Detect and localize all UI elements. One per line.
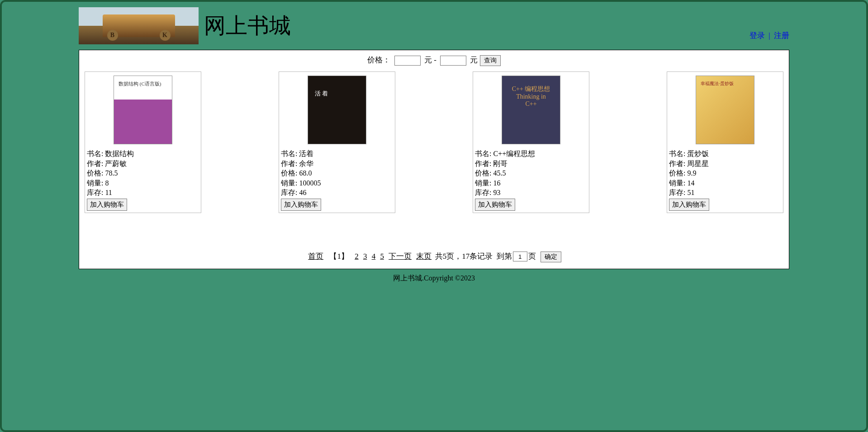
current-page: 【1】 xyxy=(329,252,349,261)
book-cover[interactable]: C++ 编程思想 Thinking in C++ xyxy=(502,76,560,144)
book-name: 数据结构 xyxy=(105,150,134,157)
label-author: 作者: xyxy=(281,160,297,167)
label-stock: 库存: xyxy=(281,189,297,196)
page-link[interactable]: 5 xyxy=(380,252,384,261)
pagination: 首页 【1】 2 3 4 5 下一页 末页 共5页，17条记录 到第页 确定 xyxy=(85,251,783,262)
book-sales: 14 xyxy=(687,179,694,187)
label-sales: 销量: xyxy=(281,179,297,187)
register-link[interactable]: 注册 xyxy=(774,31,789,40)
add-cart-button[interactable]: 加入购物车 xyxy=(475,199,515,211)
book-card: C++ 编程思想 Thinking in C++ 书名: C++编程思想 作者:… xyxy=(473,71,589,213)
label-price: 价格: xyxy=(475,169,491,177)
price-max-input[interactable] xyxy=(440,56,466,66)
label-stock: 库存: xyxy=(87,189,103,196)
label-book-name: 书名: xyxy=(87,150,103,157)
page-last-link[interactable]: 末页 xyxy=(416,252,432,261)
label-book-name: 书名: xyxy=(669,150,685,157)
label-price: 价格: xyxy=(281,169,297,177)
label-price: 价格: xyxy=(669,169,685,177)
book-author: 严蔚敏 xyxy=(105,160,127,167)
goto-prefix: 到第 xyxy=(497,252,512,261)
book-card: 数据结构 (C语言版) 书名: 数据结构 作者: 严蔚敏 价格: 78.5 销量… xyxy=(85,71,201,213)
book-price: 45.5 xyxy=(493,169,506,177)
goto-page-input[interactable] xyxy=(513,252,527,261)
label-sales: 销量: xyxy=(669,179,685,187)
page-link[interactable]: 3 xyxy=(363,252,367,261)
login-link[interactable]: 登录 xyxy=(749,31,765,40)
auth-separator: | xyxy=(768,31,770,40)
book-cover[interactable]: 活 着 xyxy=(308,76,366,144)
label-sales: 销量: xyxy=(87,179,103,187)
label-book-name: 书名: xyxy=(475,150,491,157)
book-list: 数据结构 (C语言版) 书名: 数据结构 作者: 严蔚敏 价格: 78.5 销量… xyxy=(85,71,783,213)
auth-links: 登录 | 注册 xyxy=(749,30,789,41)
label-book-name: 书名: xyxy=(281,150,297,157)
filter-label: 价格： xyxy=(367,56,390,64)
book-stock: 46 xyxy=(299,189,306,196)
book-price: 78.5 xyxy=(105,169,118,177)
logo-icon xyxy=(79,7,199,44)
footer: 网上书城.Copyright ©2023 xyxy=(2,274,866,283)
label-stock: 库存: xyxy=(475,189,491,196)
book-stock: 51 xyxy=(687,189,694,196)
page-link[interactable]: 2 xyxy=(355,252,359,261)
book-author: 余华 xyxy=(299,160,313,167)
add-cart-button[interactable]: 加入购物车 xyxy=(669,199,709,211)
query-button[interactable]: 查询 xyxy=(480,55,501,66)
add-cart-button[interactable]: 加入购物车 xyxy=(87,199,127,211)
book-sales: 16 xyxy=(493,179,500,187)
label-price: 价格: xyxy=(87,169,103,177)
book-name: 活着 xyxy=(299,150,313,157)
label-sales: 销量: xyxy=(475,179,491,187)
book-sales: 100005 xyxy=(299,179,321,187)
main-content: 价格： 元 - 元 查询 数据结构 (C语言版) 书名: 数据结构 作者: 严蔚… xyxy=(79,50,789,269)
book-price: 9.9 xyxy=(687,169,696,177)
book-name: C++编程思想 xyxy=(493,150,535,157)
book-name: 蛋炒饭 xyxy=(687,150,709,157)
book-author: 刚哥 xyxy=(493,160,508,167)
page-link[interactable]: 4 xyxy=(372,252,376,261)
book-sales: 8 xyxy=(105,179,109,187)
price-min-input[interactable] xyxy=(394,56,421,66)
price-filter: 价格： 元 - 元 查询 xyxy=(85,55,783,66)
book-card: 活 着 书名: 活着 作者: 余华 价格: 68.0 销量: 100005 库存… xyxy=(279,71,395,213)
add-cart-button[interactable]: 加入购物车 xyxy=(281,199,321,211)
label-author: 作者: xyxy=(669,160,685,167)
goto-suffix: 页 xyxy=(528,252,536,261)
site-title: 网上书城 xyxy=(204,11,291,40)
header: 网上书城 登录 | 注册 xyxy=(2,2,866,50)
page-summary: 共5页，17条记录 xyxy=(435,252,493,261)
book-cover[interactable]: 数据结构 (C语言版) xyxy=(114,76,172,144)
label-author: 作者: xyxy=(87,160,103,167)
page-next-link[interactable]: 下一页 xyxy=(389,252,412,261)
book-stock: 93 xyxy=(493,189,500,196)
filter-unit-1: 元 xyxy=(424,56,432,64)
label-stock: 库存: xyxy=(669,189,685,196)
goto-confirm-button[interactable]: 确定 xyxy=(541,252,561,262)
book-price: 68.0 xyxy=(299,169,312,177)
page-first-link[interactable]: 首页 xyxy=(308,252,323,261)
book-card: 幸福魔法·蛋炒饭 书名: 蛋炒饭 作者: 周星星 价格: 9.9 销量: 14 … xyxy=(667,71,783,213)
book-stock: 11 xyxy=(105,189,112,196)
filter-dash: - xyxy=(434,56,436,64)
book-cover[interactable]: 幸福魔法·蛋炒饭 xyxy=(696,76,754,144)
book-author: 周星星 xyxy=(687,160,709,167)
label-author: 作者: xyxy=(475,160,491,167)
filter-unit-2: 元 xyxy=(470,56,478,64)
